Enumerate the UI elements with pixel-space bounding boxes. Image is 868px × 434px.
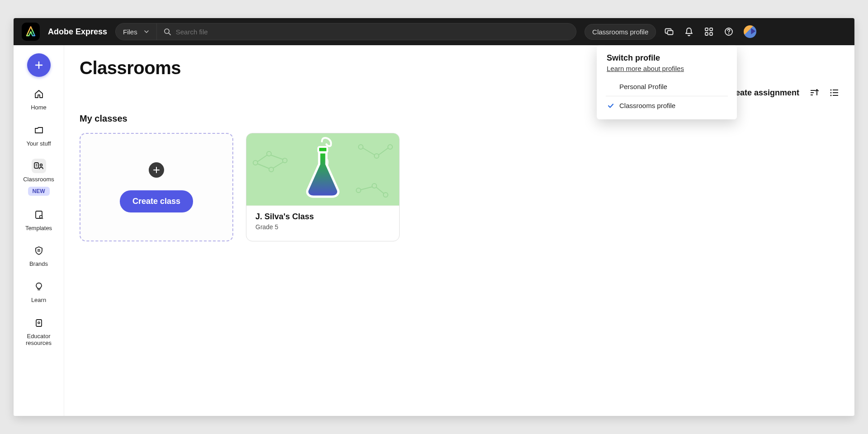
- create-class-card[interactable]: Create class: [80, 133, 233, 241]
- learn-more-link[interactable]: Learn more about profiles: [607, 65, 684, 72]
- sidebar-item-label: Educator resources: [26, 333, 52, 347]
- svg-line-1: [169, 33, 170, 35]
- bell-icon[interactable]: [684, 27, 694, 37]
- search-scope-label: Files: [123, 28, 137, 36]
- profile-option-label: Personal Profile: [619, 83, 667, 90]
- svg-text:B: B: [37, 248, 40, 253]
- sidebar-item-label: Templates: [25, 225, 52, 232]
- adobe-express-logo-icon[interactable]: [22, 23, 40, 41]
- sidebar: Home Your stuff Classrooms NEW Templ: [14, 45, 64, 416]
- classroom-icon: [32, 159, 46, 173]
- dropdown-title: Switch profile: [607, 53, 727, 63]
- sidebar-item-learn[interactable]: Learn: [14, 278, 64, 306]
- svg-rect-3: [668, 31, 673, 35]
- svg-line-51: [360, 187, 373, 190]
- sidebar-item-templates[interactable]: Templates: [14, 206, 64, 234]
- sidebar-item-your-stuff[interactable]: Your stuff: [14, 121, 64, 149]
- profile-option-personal[interactable]: Personal Profile: [607, 77, 727, 96]
- svg-line-18: [42, 217, 42, 218]
- sort-icon[interactable]: [809, 88, 819, 98]
- class-name: J. Silva's Class: [255, 212, 390, 222]
- search-input-wrap: [157, 28, 576, 36]
- svg-line-39: [257, 155, 267, 162]
- class-card-hero: [246, 133, 399, 206]
- svg-point-50: [383, 193, 388, 197]
- class-card[interactable]: J. Silva's Class Grade 5: [246, 133, 400, 241]
- svg-rect-7: [710, 33, 712, 35]
- svg-line-41: [273, 162, 283, 168]
- svg-line-52: [376, 187, 384, 193]
- learn-icon: [32, 279, 46, 294]
- chat-icon[interactable]: [664, 27, 674, 37]
- class-card-info: J. Silva's Class Grade 5: [246, 206, 399, 237]
- beaker-icon: [300, 137, 345, 200]
- classes-grid: Create class: [80, 133, 839, 241]
- chevron-down-icon: [144, 29, 149, 34]
- profile-dropdown: Switch profile Learn more about profiles…: [597, 45, 737, 119]
- svg-line-42: [271, 155, 283, 160]
- help-icon[interactable]: [724, 27, 734, 37]
- create-class-button[interactable]: Create class: [120, 190, 193, 212]
- svg-point-44: [374, 154, 379, 158]
- svg-point-37: [269, 167, 274, 172]
- svg-point-35: [253, 160, 258, 165]
- sidebar-item-label: Brands: [29, 260, 48, 268]
- app-window: Adobe Express Files Classrooms profile: [14, 18, 854, 416]
- svg-point-43: [359, 145, 363, 149]
- svg-line-40: [257, 164, 269, 169]
- svg-point-15: [40, 164, 42, 166]
- sidebar-item-brands[interactable]: B Brands: [14, 241, 64, 269]
- user-avatar[interactable]: [744, 25, 756, 38]
- folder-icon: [32, 123, 46, 137]
- templates-icon: [32, 208, 46, 222]
- create-assignment-button[interactable]: Create assignment: [726, 88, 799, 98]
- svg-point-9: [728, 33, 729, 34]
- class-grade: Grade 5: [255, 223, 390, 231]
- sidebar-item-classrooms[interactable]: Classrooms NEW: [14, 157, 64, 198]
- svg-rect-12: [34, 163, 38, 168]
- top-icons: [664, 25, 756, 38]
- search-input[interactable]: [176, 28, 570, 36]
- svg-point-36: [267, 151, 271, 156]
- svg-point-31: [830, 95, 832, 96]
- svg-point-48: [356, 188, 361, 193]
- sidebar-item-label: Learn: [31, 297, 46, 304]
- educator-resources-icon: [32, 316, 46, 330]
- top-bar: Adobe Express Files Classrooms profile: [14, 18, 854, 45]
- svg-line-47: [378, 148, 388, 155]
- profile-option-classrooms[interactable]: Classrooms profile: [607, 96, 727, 115]
- search-bar: Files: [115, 23, 576, 40]
- svg-point-49: [372, 184, 377, 188]
- brand-name: Adobe Express: [48, 27, 107, 37]
- list-view-icon[interactable]: [829, 88, 839, 98]
- svg-point-54: [326, 159, 329, 166]
- sidebar-item-educator-resources[interactable]: Educator resources: [14, 314, 64, 349]
- search-icon: [163, 28, 171, 36]
- new-button[interactable]: [27, 53, 51, 77]
- profile-option-label: Classrooms profile: [619, 102, 675, 109]
- sidebar-item-label: Classrooms: [23, 176, 54, 183]
- svg-point-27: [830, 90, 832, 91]
- search-scope-dropdown[interactable]: Files: [116, 24, 157, 40]
- svg-point-29: [830, 92, 832, 94]
- check-icon: [608, 103, 615, 109]
- new-badge: NEW: [28, 187, 50, 196]
- page-actions: Create assignment: [726, 88, 839, 98]
- apps-grid-icon[interactable]: [704, 27, 714, 37]
- brands-icon: B: [32, 243, 46, 258]
- svg-rect-6: [705, 33, 708, 35]
- svg-rect-5: [710, 28, 712, 31]
- svg-rect-21: [36, 320, 42, 326]
- svg-point-22: [38, 322, 40, 324]
- svg-line-46: [363, 148, 375, 155]
- svg-rect-4: [705, 28, 708, 31]
- sidebar-item-home[interactable]: Home: [14, 85, 64, 113]
- home-icon: [32, 87, 46, 101]
- profile-chip[interactable]: Classrooms profile: [585, 24, 656, 40]
- sidebar-item-label: Your stuff: [26, 140, 51, 147]
- svg-point-45: [388, 145, 392, 149]
- plus-circle-icon: [149, 162, 164, 178]
- sidebar-item-label: Home: [31, 104, 47, 111]
